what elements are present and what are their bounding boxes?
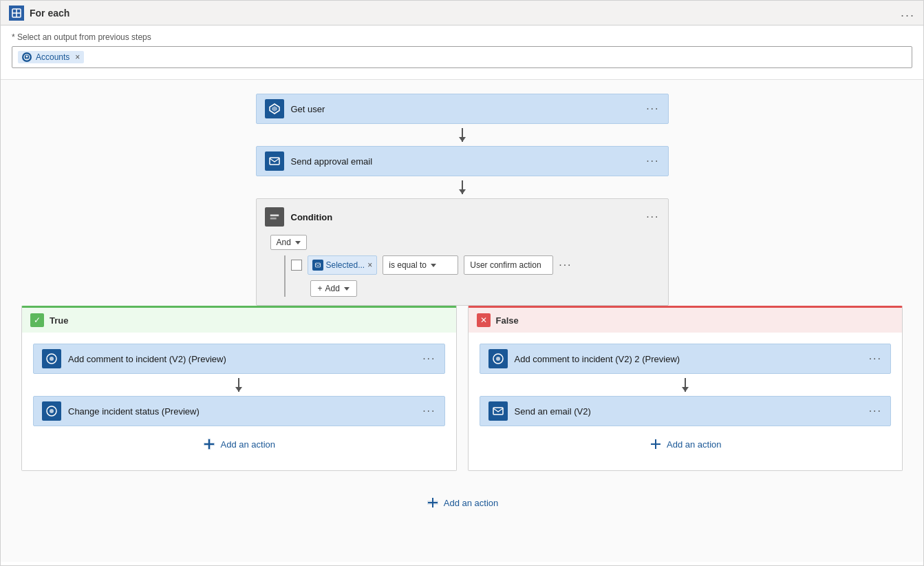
flow-center: Get user ··· Send approval email ··· — [21, 94, 903, 529]
false-add-action-icon — [649, 437, 663, 451]
arrow-1 — [462, 124, 463, 146]
add-chevron-icon — [344, 287, 350, 291]
send-email-icon — [488, 401, 508, 421]
and-dropdown[interactable]: And — [270, 235, 307, 250]
false-branch-node-2[interactable]: Send an email (V2) ··· — [480, 396, 892, 426]
false-branch-header: ✕ False — [469, 308, 903, 333]
condition-value-text: User confirm action — [470, 260, 541, 270]
get-user-icon — [265, 99, 284, 118]
condition-pill[interactable]: Selected... × — [308, 255, 378, 275]
add-comment-true-icon — [42, 349, 61, 368]
get-user-node[interactable]: Get user ··· — [256, 94, 669, 124]
and-label: And — [277, 238, 291, 247]
false-arrow-1 — [685, 374, 686, 396]
add-condition-button[interactable]: + Add — [310, 280, 357, 297]
false-branch-content: Add comment to incident (V2) 2 (Preview)… — [469, 333, 903, 470]
canvas: Get user ··· Send approval email ··· — [1, 80, 923, 562]
get-user-options[interactable]: ··· — [646, 103, 659, 115]
true-add-action-button[interactable]: Add an action — [202, 432, 275, 457]
condition-pill-close[interactable]: × — [367, 260, 372, 270]
bottom-add-action-button[interactable]: Add an action — [426, 490, 499, 515]
branches-container: ✓ True Add — [21, 306, 903, 471]
true-branch-node-2[interactable]: Change incident status (Preview) ··· — [33, 396, 445, 426]
add-row: + Add — [310, 280, 572, 297]
condition-block: Condition ··· And — [256, 198, 669, 306]
foreach-input-area: * Select an output from previous steps A… — [1, 25, 923, 80]
true-branch-node-1[interactable]: Add comment to incident (V2) (Preview) ·… — [33, 344, 445, 374]
svg-rect-7 — [270, 158, 279, 165]
arrow-line-1 — [462, 128, 463, 142]
check-symbol: ✓ — [34, 315, 41, 325]
condition-icon — [265, 207, 284, 227]
bottom-add-action: Add an action — [426, 471, 499, 529]
svg-rect-23 — [655, 439, 656, 449]
foreach-input-box[interactable]: Accounts × — [12, 46, 912, 68]
header-icon — [9, 6, 24, 21]
condition-options[interactable]: ··· — [646, 211, 659, 223]
header-title: For each — [30, 8, 69, 19]
x-symbol: ✕ — [480, 315, 487, 325]
condition-pill-label: Selected... — [326, 260, 365, 270]
foreach-label: * Select an output from previous steps — [12, 32, 912, 42]
condition-left-bar — [284, 255, 286, 297]
accounts-tag-close[interactable]: × — [75, 52, 80, 62]
send-approval-email-node[interactable]: Send approval email ··· — [256, 146, 669, 176]
svg-point-20 — [496, 357, 500, 361]
condition-header: Condition ··· — [265, 207, 660, 227]
true-branch-content: Add comment to incident (V2) (Preview) ·… — [22, 333, 456, 470]
true-branch: ✓ True Add — [21, 306, 457, 471]
send-approval-email-label: Send approval email — [291, 156, 647, 167]
bottom-add-action-icon — [426, 496, 440, 510]
header-options-button[interactable]: ... — [901, 6, 915, 20]
condition-row-1: Selected... × is equal to User confirm a… — [291, 255, 572, 275]
false-branch: ✕ False Ad — [468, 306, 903, 471]
condition-value: User confirm action — [464, 255, 553, 275]
send-approval-email-icon — [265, 151, 284, 171]
svg-point-14 — [50, 409, 54, 413]
condition-operator-dropdown[interactable]: is equal to — [383, 255, 458, 275]
change-incident-label: Change incident status (Preview) — [68, 406, 422, 417]
true-arrow-1 — [238, 374, 239, 396]
false-add-action-button[interactable]: Add an action — [649, 432, 722, 457]
condition-row-options[interactable]: ··· — [559, 259, 572, 271]
arrow-line-2 — [462, 180, 463, 194]
arrow-2 — [462, 176, 463, 198]
add-comment-false-options[interactable]: ··· — [869, 353, 882, 365]
get-user-label: Get user — [291, 104, 647, 114]
condition-row-connector: Selected... × is equal to User confirm a… — [279, 255, 660, 297]
true-arrow-line-1 — [238, 378, 239, 392]
condition-row-inner: Selected... × is equal to User confirm a… — [291, 255, 572, 297]
true-check-icon: ✓ — [30, 313, 44, 327]
send-email-options[interactable]: ··· — [869, 405, 882, 417]
and-chevron-icon — [295, 241, 301, 244]
false-branch-title: False — [496, 315, 519, 326]
svg-rect-8 — [270, 214, 278, 216]
accounts-tag: Accounts × — [18, 51, 84, 63]
condition-header-left: Condition — [265, 207, 333, 227]
add-comment-false-icon — [488, 349, 508, 368]
header-left: For each — [9, 6, 69, 21]
add-comment-true-options[interactable]: ··· — [422, 353, 436, 365]
svg-rect-18 — [208, 439, 210, 449]
change-incident-options[interactable]: ··· — [422, 405, 436, 417]
header-bar: For each ... — [1, 1, 923, 25]
send-email-label: Send an email (V2) — [515, 406, 869, 417]
false-branch-node-1[interactable]: Add comment to incident (V2) 2 (Preview)… — [480, 344, 892, 374]
true-add-action-icon — [202, 437, 216, 451]
add-comment-true-label: Add comment to incident (V2) (Preview) — [68, 354, 422, 364]
svg-rect-9 — [270, 218, 276, 220]
add-plus-icon: + — [318, 284, 323, 293]
condition-pill-icon — [312, 260, 323, 271]
operator-chevron-icon — [431, 264, 436, 267]
send-approval-email-options[interactable]: ··· — [646, 155, 659, 167]
add-comment-false-label: Add comment to incident (V2) 2 (Preview) — [515, 354, 869, 364]
true-branch-title: True — [50, 315, 68, 326]
condition-checkbox[interactable] — [291, 260, 302, 271]
svg-marker-6 — [272, 106, 277, 112]
add-label: Add — [325, 284, 340, 293]
svg-point-12 — [50, 357, 54, 361]
svg-rect-26 — [432, 498, 433, 507]
change-incident-icon — [42, 401, 61, 421]
false-add-action-label: Add an action — [667, 439, 722, 450]
condition-title: Condition — [291, 212, 333, 222]
